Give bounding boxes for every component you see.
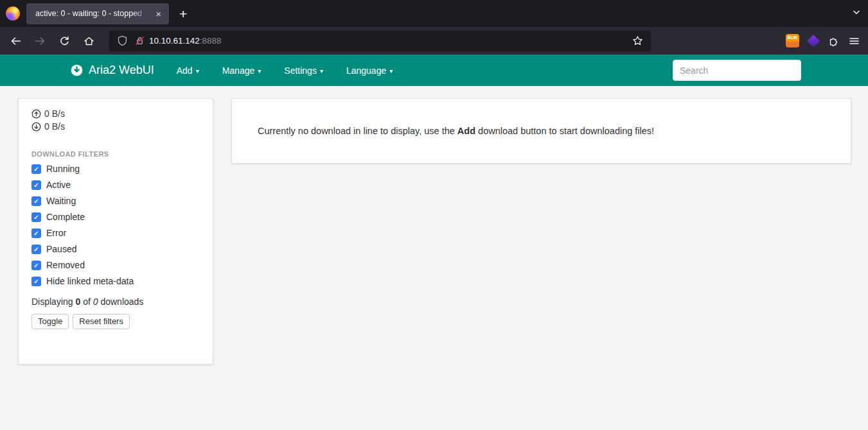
url-port: :8888 [200, 36, 222, 46]
brand-title: Aria2 WebUI [89, 64, 154, 77]
filter-row-paused: ✓ Paused [31, 244, 200, 254]
app-navbar: Aria2 WebUI Add▾ Manage▾ Settings▾ Langu… [0, 55, 868, 86]
nav-item-manage[interactable]: Manage▾ [222, 65, 261, 76]
upload-arrow-circle-icon [31, 109, 41, 119]
download-arrow-circle-icon [31, 122, 41, 132]
downloads-empty-panel: Currently no download in line to display… [231, 98, 851, 164]
shield-icon[interactable] [117, 35, 128, 46]
download-filters-heading: DOWNLOAD FILTERS [31, 150, 200, 158]
checkbox-checked-icon[interactable]: ✓ [31, 164, 41, 174]
filter-row-active: ✓ Active [31, 180, 200, 190]
displaying-count: Displaying 0 of 0 downloads [31, 297, 200, 307]
diamond-extension-icon[interactable] [807, 35, 820, 47]
home-icon[interactable] [78, 31, 99, 51]
checkbox-checked-icon[interactable]: ✓ [31, 180, 41, 190]
search-input[interactable] [673, 60, 801, 81]
insecure-lock-icon[interactable] [134, 35, 145, 46]
checkbox-checked-icon[interactable]: ✓ [31, 228, 41, 238]
filter-row-waiting: ✓ Waiting [31, 196, 200, 206]
sidebar-panel: 0 B/s 0 B/s DOWNLOAD FILTERS ✓ Running ✓… [18, 98, 213, 365]
chevron-down-icon: ▾ [320, 67, 323, 74]
nav-item-settings[interactable]: Settings▾ [284, 65, 323, 76]
forward-icon[interactable] [30, 31, 50, 51]
filter-row-complete: ✓ Complete [31, 212, 200, 222]
checkbox-checked-icon[interactable]: ✓ [31, 245, 41, 254]
download-circle-icon [71, 64, 83, 76]
filter-row-hide-meta: ✓ Hide linked meta-data [31, 276, 200, 286]
tab-title: active: 0 - waiting: 0 - stopped [35, 9, 153, 18]
add-keyword: Add [457, 126, 475, 136]
chevron-down-icon: ▾ [196, 67, 199, 74]
page-content: 0 B/s 0 B/s DOWNLOAD FILTERS ✓ Running ✓… [0, 86, 868, 430]
upload-speed: 0 B/s [31, 107, 200, 120]
hamburger-menu-icon[interactable] [849, 36, 860, 46]
url-bar[interactable]: 10.10.61.142:8888 [109, 31, 651, 51]
reload-icon[interactable] [54, 31, 75, 51]
tab-close-icon[interactable]: × [153, 8, 164, 20]
list-all-tabs-chevron-icon[interactable] [851, 7, 862, 17]
filter-row-running: ✓ Running [31, 164, 200, 174]
new-tab-button[interactable]: + [179, 7, 187, 21]
browser-tab-active[interactable]: active: 0 - waiting: 0 - stopped × [26, 3, 169, 24]
url-host: 10.10.61.142 [149, 36, 200, 46]
back-icon[interactable] [5, 31, 26, 51]
browser-tab-strip: active: 0 - waiting: 0 - stopped × + [0, 0, 868, 27]
extensions-puzzle-icon[interactable] [828, 35, 839, 47]
chevron-down-icon: ▾ [389, 67, 393, 74]
filter-row-error: ✓ Error [31, 228, 200, 238]
toggle-button[interactable]: Toggle [31, 314, 69, 329]
filter-row-removed: ✓ Removed [31, 260, 200, 270]
empty-message: Currently no download in line to display… [258, 126, 654, 136]
reset-filters-button[interactable]: Reset filters [73, 314, 130, 329]
bookmark-star-icon[interactable] [632, 35, 643, 46]
chevron-down-icon: ▾ [258, 67, 261, 74]
nav-menu: Add▾ Manage▾ Settings▾ Language▾ [177, 65, 393, 76]
foxyproxy-extension-icon[interactable]: BUR [786, 34, 799, 47]
download-speed: 0 B/s [31, 120, 200, 133]
checkbox-checked-icon[interactable]: ✓ [31, 277, 41, 286]
checkbox-checked-icon[interactable]: ✓ [31, 212, 41, 222]
browser-toolbar: 10.10.61.142:8888 BUR [0, 27, 868, 55]
nav-item-language[interactable]: Language▾ [346, 65, 393, 76]
nav-item-add[interactable]: Add▾ [177, 65, 199, 76]
checkbox-checked-icon[interactable]: ✓ [31, 196, 41, 206]
firefox-logo-icon [6, 6, 20, 21]
brand-link[interactable]: Aria2 WebUI [71, 64, 154, 77]
checkbox-checked-icon[interactable]: ✓ [31, 261, 41, 270]
total-count: 0 [93, 297, 98, 307]
